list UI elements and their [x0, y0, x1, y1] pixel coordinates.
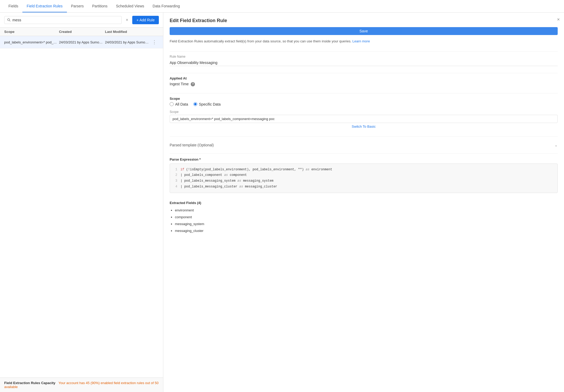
- divider-3: [170, 93, 558, 93]
- radio-all-data-input[interactable]: [170, 102, 174, 106]
- cell-last-modified: 24/03/2021 by Apps SumoLabs: [105, 40, 151, 44]
- search-icon: [7, 18, 11, 22]
- applied-at-section: Applied At Ingest Time ?: [170, 76, 558, 86]
- radio-specific-data-input[interactable]: [193, 102, 197, 106]
- cell-actions: ⋮: [151, 39, 159, 46]
- table-row[interactable]: pod_labels_environment=* pod_labels_comp…: [0, 36, 163, 48]
- app-container: Fields Field Extraction Rules Parsers Pa…: [0, 0, 564, 392]
- tabs-bar: Fields Field Extraction Rules Parsers Pa…: [0, 0, 564, 13]
- tab-parsers[interactable]: Parsers: [67, 0, 88, 12]
- field-item-messaging-cluster: messaging_cluster: [175, 227, 558, 234]
- applied-at-label: Applied At: [170, 76, 558, 80]
- field-item-messaging-system: messaging_system: [175, 221, 558, 227]
- tab-partitions[interactable]: Partitions: [88, 0, 112, 12]
- code-text-1: if (!isEmpty(pod_labels_environment), po…: [180, 167, 332, 173]
- extracted-fields-section: Extracted Fields (4) environment compone…: [170, 201, 558, 234]
- scope-radio-group: All Data Specific Data: [170, 102, 558, 106]
- tab-fields[interactable]: Fields: [4, 0, 22, 12]
- learn-more-link[interactable]: Learn more: [352, 39, 370, 43]
- code-editor[interactable]: 1 if (!isEmpty(pod_labels_environment), …: [170, 163, 558, 193]
- code-line-1: 1 if (!isEmpty(pod_labels_environment), …: [173, 167, 554, 173]
- chevron-down-icon: ⌄: [555, 143, 558, 147]
- rule-name-input[interactable]: [170, 59, 558, 66]
- cell-scope: pod_labels_environment=* pod_labels_comp…: [4, 40, 59, 44]
- scope-section: Scope All Data Specific Data: [170, 97, 558, 106]
- line-num-3: 3: [173, 178, 177, 184]
- capacity-bar: Field Extraction Rules Capacity Your acc…: [0, 378, 163, 392]
- table-container: Scope Created Last Modified pod_labels_e…: [0, 28, 163, 378]
- parsed-template-label: Parsed template (Optional): [170, 143, 214, 147]
- extracted-fields-label: Extracted Fields (4): [170, 201, 558, 205]
- applied-at-value: Ingest Time ?: [170, 82, 558, 86]
- section-divider: [170, 136, 558, 137]
- close-panel-button[interactable]: ×: [557, 17, 560, 22]
- line-num-2: 2: [173, 172, 177, 178]
- code-line-2: 2 | pod_labels_component as component: [173, 172, 554, 178]
- col-header-last-modified: Last Modified: [105, 30, 151, 34]
- col-header-created: Created: [59, 30, 105, 34]
- divider-1: [170, 51, 558, 52]
- rule-name-label: Rule Name: [170, 55, 558, 58]
- line-num-4: 4: [173, 184, 177, 190]
- extracted-fields-list: environment component messaging_system m…: [170, 207, 558, 234]
- description-text: Field Extraction Rules automatically ext…: [170, 39, 558, 44]
- panel-title: Edit Field Extraction Rule: [170, 18, 550, 23]
- table-header: Scope Created Last Modified: [0, 28, 163, 36]
- add-rule-button[interactable]: + Add Rule: [132, 16, 159, 24]
- svg-point-0: [8, 19, 10, 21]
- help-icon[interactable]: ?: [191, 82, 195, 86]
- radio-specific-data[interactable]: Specific Data: [193, 102, 220, 106]
- field-item-environment: environment: [175, 207, 558, 214]
- capacity-label: Field Extraction Rules Capacity: [4, 381, 55, 385]
- code-line-3: 3 | pod_labels_messaging_system as messa…: [173, 178, 554, 184]
- col-header-actions: [151, 30, 159, 34]
- switch-to-basic-button[interactable]: Switch To Basic: [170, 125, 558, 128]
- search-input-wrapper: [4, 16, 122, 24]
- section-divider-2: [170, 153, 558, 154]
- radio-all-data[interactable]: All Data: [170, 102, 188, 106]
- code-line-4: 4 | pod_labels_messaging_cluster as mess…: [173, 184, 554, 190]
- cell-created: 24/03/2021 by Apps SumoLabs: [59, 40, 105, 44]
- row-actions-button[interactable]: ⋮: [151, 39, 158, 46]
- code-text-2: | pod_labels_component as component: [180, 172, 247, 178]
- parsed-template-header[interactable]: Parsed template (Optional) ⌄: [170, 140, 558, 150]
- scope-field-section: Scope pod_labels_environment=* pod_label…: [170, 110, 558, 123]
- col-header-scope: Scope: [4, 30, 59, 34]
- radio-all-data-label: All Data: [175, 102, 188, 106]
- save-button[interactable]: Save: [170, 27, 558, 35]
- left-panel: × + Add Rule Scope Created Last Modified…: [0, 13, 163, 392]
- clear-search-button[interactable]: ×: [124, 17, 130, 23]
- code-text-4: | pod_labels_messaging_cluster as messag…: [180, 184, 277, 190]
- tab-scheduled-views[interactable]: Scheduled Views: [112, 0, 148, 12]
- radio-specific-data-label: Specific Data: [199, 102, 220, 106]
- tab-field-extraction-rules[interactable]: Field Extraction Rules: [22, 0, 67, 12]
- rule-name-section: Rule Name: [170, 55, 558, 66]
- line-num-1: 1: [173, 167, 177, 173]
- main-content: × + Add Rule Scope Created Last Modified…: [0, 13, 564, 392]
- search-input[interactable]: [12, 18, 119, 22]
- search-bar: × + Add Rule: [0, 13, 163, 28]
- scope-field-value: pod_labels_environment=* pod_labels_comp…: [170, 115, 558, 123]
- tab-data-forwarding[interactable]: Data Forwarding: [148, 0, 184, 12]
- parse-expression-section: Parse Expression * 1 if (!isEmpty(pod_la…: [170, 157, 558, 197]
- code-text-3: | pod_labels_messaging_system as messagi…: [180, 178, 273, 184]
- svg-line-1: [9, 21, 10, 21]
- scope-field-label: Scope: [170, 110, 558, 114]
- divider-2: [170, 73, 558, 73]
- right-panel: × Edit Field Extraction Rule Save Field …: [163, 13, 564, 392]
- field-item-component: component: [175, 214, 558, 221]
- scope-label: Scope: [170, 97, 558, 101]
- parse-expression-label: Parse Expression *: [170, 157, 558, 161]
